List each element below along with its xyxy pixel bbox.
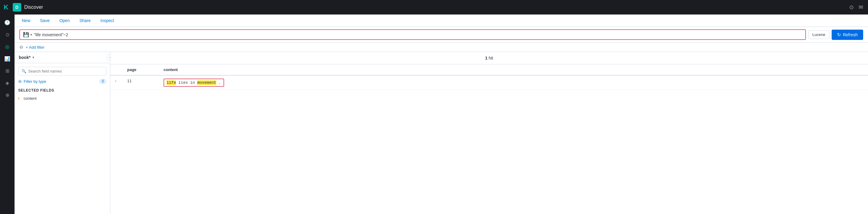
nav-item-recent[interactable]: 🕐: [2, 17, 13, 28]
field-item-content: t content: [18, 96, 106, 101]
table-row: › 11 life lies in movement: [110, 75, 868, 90]
kibana-logo-icon: K: [4, 3, 8, 11]
content-text-period: .: [219, 80, 221, 85]
expand-row-icon[interactable]: ›: [115, 79, 116, 83]
app-avatar: D: [13, 3, 21, 11]
save-button[interactable]: Save: [37, 17, 52, 24]
content-text-lies: lies in: [178, 80, 197, 85]
nav-item-canvas[interactable]: ◈: [2, 77, 13, 88]
search-bar-inner: 💾 ▾: [20, 29, 806, 40]
field-name-content: content: [24, 96, 37, 101]
collapse-sidebar-button[interactable]: ‹: [106, 54, 110, 61]
search-input[interactable]: [34, 32, 802, 37]
results-header: 1 hit: [110, 52, 868, 64]
col-expand-header: [110, 64, 122, 75]
filter-type-icon: ⊖: [18, 79, 22, 84]
filter-type-row: ⊖ Filter by type 0: [18, 79, 106, 84]
nav-item-maps[interactable]: ⊕: [2, 90, 13, 100]
nav-item-dashboard[interactable]: ⊞: [2, 65, 13, 76]
nav-item-search[interactable]: ⊙: [2, 29, 13, 40]
content-column-label: content: [163, 67, 178, 72]
chevron-down-icon[interactable]: ▾: [30, 33, 32, 37]
search-fields-container: 🔍: [18, 67, 106, 76]
index-pattern-label: book*: [19, 55, 31, 60]
share-button[interactable]: Share: [77, 17, 93, 24]
highlight-life: life: [166, 80, 176, 85]
nav-item-visualize[interactable]: 📊: [2, 53, 13, 64]
content-area: New Save Open Share Inspect 💾 ▾ Lucene ↻…: [14, 14, 868, 214]
refresh-icon: ↻: [837, 32, 841, 37]
page-cell: 11: [122, 75, 159, 90]
col-page-header: page: [122, 64, 159, 75]
page-column-label: page: [127, 67, 136, 72]
content-highlight-box: life lies in movement .: [163, 79, 224, 87]
filter-by-type-button[interactable]: ⊖ Filter by type: [18, 79, 46, 84]
app-title: Discover: [24, 4, 43, 10]
below-filter: book* ▾ ‹ 🔍 ⊖ Filter by type 0: [14, 52, 868, 214]
sidebar-inner: 🔍 ⊖ Filter by type 0 Selected fields t c…: [14, 63, 110, 214]
search-bar: 💾 ▾ Lucene ↻ Refresh: [14, 27, 868, 43]
results-table: page content ›: [110, 64, 868, 214]
filter-type-count-badge: 0: [99, 79, 106, 84]
left-nav: 🕐 ⊙ ◎ 📊 ⊞ ◈ ⊕: [0, 14, 14, 214]
toolbar: New Save Open Share Inspect: [14, 14, 868, 27]
search-fields-icon: 🔍: [22, 69, 26, 73]
sidebar: book* ▾ ‹ 🔍 ⊖ Filter by type 0: [14, 52, 110, 214]
filter-type-label: Filter by type: [24, 79, 46, 84]
settings-icon[interactable]: ⊙: [848, 3, 855, 12]
new-button[interactable]: New: [20, 17, 33, 24]
search-bar-icons: 💾 ▾: [23, 32, 32, 37]
top-bar: K D Discover ⊙ ✉: [0, 0, 868, 14]
mail-icon[interactable]: ✉: [858, 3, 864, 12]
inspect-button[interactable]: Inspect: [98, 17, 117, 24]
hit-count: 1: [485, 56, 488, 61]
top-bar-right: ⊙ ✉: [848, 3, 864, 12]
selected-fields-label: Selected fields: [18, 88, 106, 93]
main-layout: 🕐 ⊙ ◎ 📊 ⊞ ◈ ⊕ New Save Open Share Inspec…: [0, 14, 868, 214]
search-fields-input[interactable]: [28, 69, 103, 73]
results-area: 1 hit page conten: [110, 52, 868, 214]
filter-bar: ⊖ + Add filter: [14, 43, 868, 52]
refresh-button[interactable]: ↻ Refresh: [832, 30, 863, 40]
nav-item-discover[interactable]: ◎: [2, 41, 13, 52]
hit-label: hit: [489, 56, 493, 61]
highlight-movement: movement: [197, 80, 216, 85]
index-pattern-chevron: ▾: [32, 55, 34, 60]
content-cell: life lies in movement .: [159, 75, 868, 90]
add-filter-button[interactable]: + Add filter: [26, 45, 44, 49]
col-content-header: content: [159, 64, 868, 75]
open-button[interactable]: Open: [57, 17, 72, 24]
refresh-label: Refresh: [843, 32, 858, 37]
filter-icon[interactable]: ⊖: [20, 44, 23, 50]
top-bar-left: K D Discover: [4, 3, 43, 11]
results-data-table: page content ›: [110, 64, 868, 90]
field-type-text-icon: t: [18, 97, 22, 101]
lucene-button[interactable]: Lucene: [808, 30, 829, 39]
save-search-icon[interactable]: 💾: [23, 32, 29, 37]
page-value: 11: [127, 79, 131, 83]
